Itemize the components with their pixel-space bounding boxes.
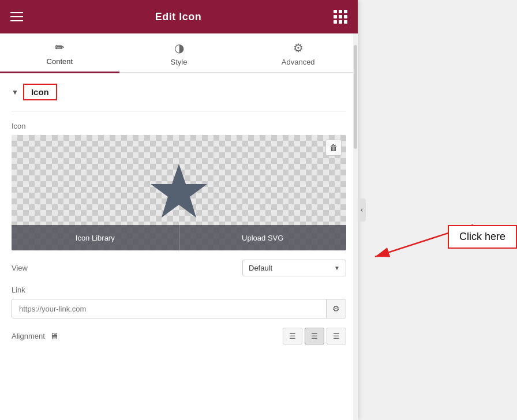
link-settings-button[interactable]: ⚙ [326,299,346,318]
trash-icon: 🗑 [329,143,338,152]
pencil-icon: ✏ [55,40,65,54]
gear-icon: ⚙ [293,41,304,55]
grid-menu[interactable] [334,10,347,24]
view-field-row: View Default ▼ [12,260,346,276]
divider [12,111,346,111]
scroll-track [353,33,358,420]
view-select[interactable]: Default ▼ [242,260,346,276]
align-center-button[interactable]: ☰ [305,328,324,344]
star-icon [147,161,211,224]
tab-style[interactable]: ◑ Style [119,33,239,72]
hamburger-menu[interactable] [10,12,23,21]
tab-content-label: Content [47,57,73,66]
panel-collapse-button[interactable]: ‹ [358,198,366,222]
chevron-down-icon: ▼ [334,265,340,271]
view-select-value: Default [249,264,272,272]
tab-content[interactable]: ✏ Content [0,33,119,73]
link-label: Link [12,286,346,294]
scroll-thumb[interactable] [354,45,357,149]
upload-svg-button[interactable]: Upload SVG [179,225,347,250]
icon-field-label: Icon [12,122,346,130]
align-left-button[interactable]: ☰ [283,328,302,344]
tabs-bar: ✏ Content ◑ Style ⚙ Advanced [0,33,358,73]
alignment-label-group: Alignment 🖥 [12,331,59,342]
panel-content: ▼ Icon Icon 🗑 Icon Library Upload SVG Vi… [0,73,358,420]
settings-icon: ⚙ [332,304,340,313]
panel-title: Edit Icon [155,11,202,23]
delete-icon-button[interactable]: 🗑 [325,140,342,156]
tab-advanced[interactable]: ⚙ Advanced [238,33,358,72]
align-right-button[interactable]: ☰ [327,328,346,344]
section-collapse-arrow[interactable]: ▼ [12,88,18,96]
link-field-row: ⚙ [12,299,346,318]
style-icon: ◑ [174,41,184,55]
tab-style-label: Style [171,58,188,66]
annotation-wrapper: Click here [358,225,517,249]
align-buttons: ☰ ☰ ☰ [283,328,346,344]
section-title: Icon [23,84,57,100]
section-header: ▼ Icon [12,84,346,100]
monitor-icon: 🖥 [50,331,59,342]
alignment-row: Alignment 🖥 ☰ ☰ ☰ [12,328,346,344]
icon-library-button[interactable]: Icon Library [12,225,179,250]
edit-panel: Edit Icon ✏ Content ◑ Style ⚙ Advanced ▼… [0,0,358,420]
link-input[interactable] [12,300,326,318]
panel-header: Edit Icon [0,0,358,33]
icon-preview-area: 🗑 Icon Library Upload SVG [12,135,346,250]
tab-advanced-label: Advanced [282,58,315,66]
icon-bottom-bar: Icon Library Upload SVG [12,225,346,250]
view-label: View [12,264,28,272]
svg-marker-0 [151,164,207,217]
alignment-label: Alignment [12,332,45,340]
click-here-box: Click here [448,225,517,249]
